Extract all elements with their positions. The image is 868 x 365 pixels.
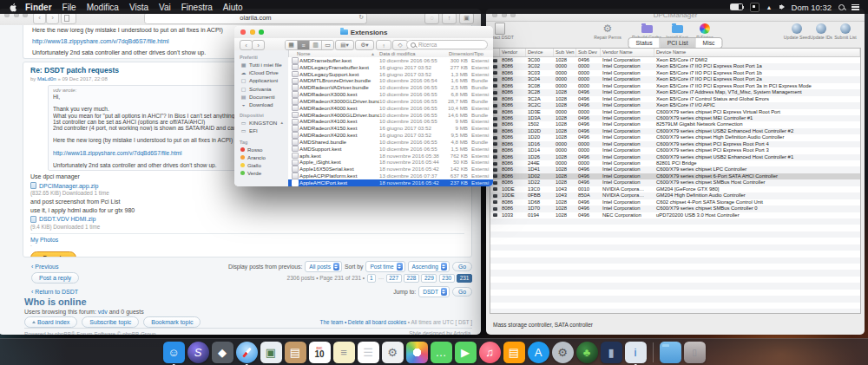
pci-row[interactable]: 80863C0800000000Intel CorporationXeon E5…: [490, 83, 860, 89]
menu-item-modifica[interactable]: Modifica: [87, 3, 119, 12]
menubar-clock[interactable]: Dom 10:32: [792, 3, 832, 12]
pci-row[interactable]: 80863C0200000000Intel CorporationXeon E5…: [490, 63, 860, 69]
file-row[interactable]: AMDRadeonX4000GLDriver.bundle10 dicembre…: [288, 112, 493, 119]
menu-item-aiuto[interactable]: Aiuto: [223, 3, 243, 12]
pci-row[interactable]: 8086150210280496Intel Corporation82579LM…: [490, 121, 860, 127]
menu-item-file[interactable]: File: [62, 3, 76, 12]
finder-titlebar[interactable]: Extensions: [234, 26, 493, 39]
dock-item-messages[interactable]: …: [431, 342, 452, 363]
close-button[interactable]: [240, 29, 246, 35]
dock-item-photos[interactable]: [406, 342, 428, 363]
pci-row[interactable]: 80861D2D10280496Intel CorporationC600/X7…: [490, 128, 860, 134]
sidebar-item-applicazioni[interactable]: ▢Applicazioni: [234, 76, 288, 84]
search-field[interactable]: Ricerca: [406, 40, 488, 49]
file-row[interactable]: AMDRadeonX4000.kext10 dicembre 2016 06:5…: [288, 105, 493, 112]
sidebar-item-download[interactable]: ◒Download: [234, 101, 288, 108]
pci-row[interactable]: 80861D7010280496Intel CorporationC600/X7…: [490, 205, 860, 212]
file-row[interactable]: AMDRadeonVADriver.bundle10 dicembre 2016…: [288, 84, 493, 91]
order-select[interactable]: Ascending: [408, 261, 450, 272]
dock-item-dpcimanager[interactable]: i: [625, 342, 647, 363]
tab-misc[interactable]: Misc: [695, 38, 722, 48]
sidebar-item-tutti-i-miei-file[interactable]: ▦Tutti i miei file: [234, 61, 288, 68]
col-subven[interactable]: Sub Ven: [554, 49, 576, 56]
dock-item-launchpad[interactable]: ◆: [212, 342, 233, 363]
tab-pci-list[interactable]: PCI List: [660, 38, 695, 48]
file-row[interactable]: Apple16X50Serial.kext18 novembre 2016 05…: [288, 166, 493, 173]
icon-view-button[interactable]: ▦: [286, 41, 297, 49]
col-name[interactable]: Nome: [297, 51, 310, 56]
file-row[interactable]: AMDRadeonX4150.kext16 giugno 2017 03:529…: [288, 125, 493, 132]
dock-item-utilities[interactable]: ⚙: [382, 342, 404, 363]
coverflow-view-button[interactable]: ▭: [321, 41, 333, 49]
arrange-button[interactable]: ▤▾: [335, 40, 354, 50]
file-row[interactable]: AMDLegacySupport.kext16 giugno 2017 03:5…: [288, 71, 493, 78]
page-number[interactable]: 1: [367, 274, 377, 283]
pci-row[interactable]: 1033019410280496NEC CorporationuPD720200…: [490, 212, 860, 218]
pci-row[interactable]: 80861D1400000000Intel CorporationC600/X7…: [490, 147, 860, 153]
footer-button-bookmark-topic[interactable]: Bookmark topic: [143, 316, 201, 328]
file-row[interactable]: Apple_iSight.kext18 novembre 2016 05:445…: [288, 159, 493, 166]
fragment-link[interactable]: http://www18.zippyshare.com/v/7dqBd6S7/f…: [32, 38, 169, 44]
col-vendor[interactable]: Vendor: [500, 49, 526, 56]
previous-link[interactable]: ‹ Previous: [31, 264, 59, 270]
footer-button-subscribe-topic[interactable]: Subscribe topic: [82, 316, 139, 328]
dock-item-calendar[interactable]: DIC10: [309, 342, 331, 363]
pci-row[interactable]: 80861D4110280496Intel CorporationC600/X7…: [490, 166, 860, 173]
pci-row[interactable]: 10DE0FBB1043850ANVIDIA Corpora…GM204 Hig…: [490, 192, 860, 199]
dock-item-system-preferences[interactable]: ⚙: [552, 342, 574, 363]
pci-row[interactable]: 80863C2810280496Intel CorporationXeon E5…: [490, 89, 860, 95]
toolbar-repair-perms[interactable]: ⚙Repair Perms: [589, 23, 627, 40]
dock-item-trash[interactable]: ▯: [684, 342, 706, 363]
post-author[interactable]: MaLd0n: [37, 76, 56, 81]
post-reply-button[interactable]: Post a reply: [31, 272, 79, 284]
jump-select[interactable]: DSDT: [418, 286, 450, 297]
dock-item-tools[interactable]: ▮: [601, 342, 622, 363]
toolbar-submit-list[interactable]: Submit List: [826, 23, 865, 40]
file-row[interactable]: AMDRadeonX3000GLDriver.bundle10 dicembre…: [288, 98, 493, 105]
dock-item-itunes[interactable]: ♫: [479, 342, 501, 363]
dock-item-safari[interactable]: [236, 342, 258, 363]
col-device-name[interactable]: Device Name: [654, 49, 860, 56]
col-type[interactable]: Tipo: [474, 51, 483, 56]
page-number[interactable]: 228: [404, 274, 419, 283]
file-row[interactable]: AMDRadeonX4200.kext16 giugno 2017 03:529…: [288, 132, 493, 139]
dock-item-appstore[interactable]: A: [528, 342, 549, 363]
pci-row[interactable]: 10DE13C010430010NVIDIA Corpora…GM204 [Ge…: [490, 186, 860, 192]
file-row[interactable]: AMDRadeonX3000.kext10 dicembre 2016 06:5…: [288, 91, 493, 98]
file-row[interactable]: AMDRadeonX4100.kext10 dicembre 2016 06:5…: [288, 118, 493, 125]
pci-row[interactable]: 80861D2210280496Intel CorporationC600/X7…: [490, 179, 860, 186]
reload-icon[interactable]: ↻: [358, 14, 364, 21]
col-subdev[interactable]: Sub Dev: [576, 49, 601, 56]
sidebar-item-verde[interactable]: Verde: [234, 169, 288, 177]
jump-go-button[interactable]: Go: [452, 287, 472, 297]
col-date[interactable]: Data di modifica: [379, 51, 416, 56]
pci-row[interactable]: 80861D1600000000Intel CorporationC600/X7…: [490, 141, 860, 147]
pci-row[interactable]: 80863C0300000000Intel CorporationXeon E5…: [490, 70, 860, 76]
minimize-button[interactable]: [250, 29, 255, 35]
dock-item-finder[interactable]: ☺: [163, 342, 185, 363]
pci-row[interactable]: 80863C0400000000Intel CorporationXeon E5…: [490, 76, 860, 82]
action-button[interactable]: ⚙▾: [355, 40, 374, 50]
file-row[interactable]: AMDFramebuffer.kext10 dicembre 2016 06:5…: [288, 57, 493, 64]
sidebar-item-arancio[interactable]: Arancio: [234, 153, 288, 161]
user-link[interactable]: vdv: [98, 309, 108, 315]
pci-row[interactable]: 80861D0210280496Intel CorporationC600/X7…: [490, 173, 860, 179]
column-view-button[interactable]: ▥: [309, 41, 321, 49]
dock-item-reminders[interactable]: ☰: [358, 342, 379, 363]
pci-row[interactable]: 8086244E00000000Intel Corporation82801 P…: [490, 160, 860, 166]
dock-item-facetime[interactable]: ▶: [455, 342, 477, 363]
page-number[interactable]: 229: [421, 274, 437, 283]
sidebar-item-scrivania[interactable]: ▢Scrivania: [234, 85, 288, 93]
dock-item-folder[interactable]: [660, 342, 681, 363]
sidebar-item-kingston[interactable]: ▭KINGSTON▲: [234, 119, 288, 127]
dock-item-notes[interactable]: ≡: [333, 342, 355, 363]
pci-row[interactable]: 80861D2610280496Intel CorporationC600/X7…: [490, 154, 860, 160]
forward-button[interactable]: ›: [252, 40, 265, 50]
eject-icon[interactable]: ▲: [766, 4, 773, 10]
page-current[interactable]: 231: [457, 274, 472, 283]
col-size[interactable]: Dimensioni: [449, 51, 474, 56]
pci-table-header[interactable]: Vendor Device Sub Ven Sub Dev Vendor Nam…: [490, 49, 860, 57]
page-number[interactable]: 227: [386, 274, 402, 283]
display-select[interactable]: All posts: [305, 261, 342, 272]
file-row[interactable]: AppleACPIPlatform.kext13 dicembre 2016 0…: [288, 173, 493, 179]
